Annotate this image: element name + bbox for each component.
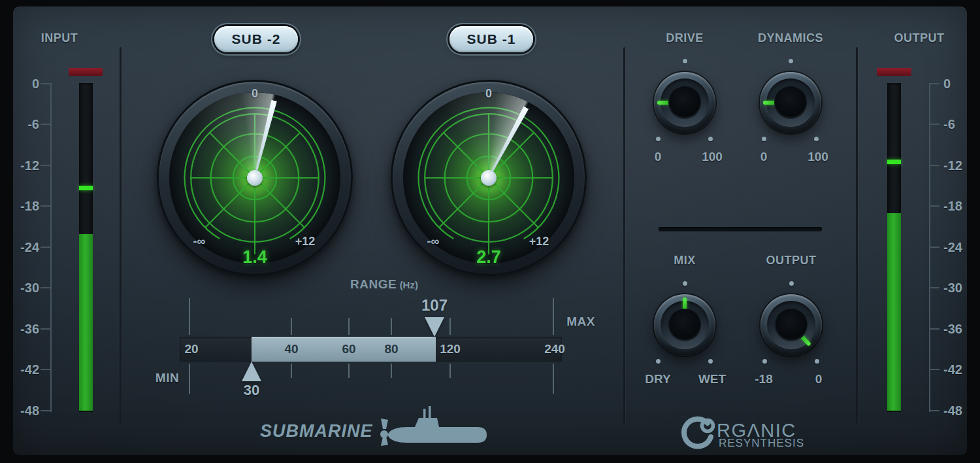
- dial-min-label: -∞: [427, 235, 440, 249]
- range-tick-40: [291, 318, 292, 335]
- input-scale-number: -36: [5, 322, 39, 335]
- mix-max-label: WET: [698, 372, 726, 386]
- range-label: 80: [384, 337, 398, 362]
- input-scale-number: -48: [5, 404, 39, 417]
- drive-min-label: 0: [655, 150, 662, 164]
- knob-min-dot: [762, 359, 767, 364]
- resynthesis-wordmark: RESYNTHESIS: [719, 437, 804, 450]
- output-knob-max-label: 0: [815, 372, 823, 386]
- input-scale-tick: [41, 287, 51, 288]
- output-scale-tick: [929, 369, 939, 370]
- knob-center: [775, 309, 808, 341]
- range-tick-240: [553, 364, 554, 394]
- range-high-value: 107: [421, 296, 448, 315]
- output-scale-tick: [929, 410, 939, 411]
- input-clip-led: [69, 68, 103, 76]
- input-scale-number: -12: [5, 159, 39, 172]
- output-scale-number: -12: [943, 159, 977, 172]
- input-scale-tick: [41, 328, 51, 330]
- output-knob-min-label: -18: [755, 372, 772, 386]
- sub1-button[interactable]: SUB -1: [449, 26, 533, 52]
- submarine-plugin-window: INPUT 0 -6 -12 -18 -24 -30 -36 -42 -48 S…: [0, 0, 980, 463]
- dial-zero-label: 0: [252, 87, 258, 101]
- sub2-button[interactable]: SUB -2: [214, 26, 298, 52]
- output-scale-number: -24: [943, 241, 977, 254]
- input-scale-tick: [41, 247, 51, 248]
- range-slider-bar[interactable]: 20 40 60 80 120 240: [180, 337, 562, 362]
- mix-label: MIX: [623, 254, 747, 267]
- input-scale-number: -30: [5, 281, 39, 294]
- input-scale-number: -6: [5, 118, 39, 131]
- output-scale-tick: [929, 247, 939, 248]
- output-scale-tick: [929, 165, 939, 166]
- range-low-value: 30: [244, 382, 259, 399]
- knob-center: [668, 309, 701, 341]
- range-title-text: RANGE: [350, 277, 397, 291]
- knob-max-dot: [815, 359, 819, 364]
- mix-knob[interactable]: [654, 294, 715, 356]
- submarine-wordmark: SUBMARINE: [260, 421, 373, 441]
- input-scale-tick: [41, 124, 51, 125]
- dynamics-knob[interactable]: [760, 72, 821, 133]
- sub1-needle: [486, 106, 529, 179]
- input-meter-peak-line: [79, 186, 93, 190]
- range-min-caption: MIN: [135, 371, 200, 385]
- range-tick-60: [348, 364, 350, 378]
- output-knob[interactable]: [760, 294, 822, 356]
- range-low-handle[interactable]: [242, 362, 261, 381]
- output-meter-level-bar: [887, 213, 901, 411]
- sub2-needle: [252, 100, 277, 179]
- output-scale-number: -42: [943, 363, 977, 376]
- range-label: 20: [184, 337, 198, 362]
- input-scale-tick: [41, 83, 51, 84]
- output-scale-tick: [929, 124, 939, 125]
- output-scale-number: -6: [943, 118, 977, 131]
- range-label: 120: [440, 337, 461, 362]
- section-divider: [856, 47, 858, 424]
- sub1-value: 2.7: [391, 247, 587, 267]
- knob-max-dot: [708, 137, 713, 141]
- dynamics-min-label: 0: [760, 150, 768, 164]
- drive-knob[interactable]: [654, 72, 715, 133]
- dial-zero-label: 0: [485, 87, 492, 101]
- input-meter-level-bar: [79, 234, 93, 411]
- input-scale-tick: [41, 165, 51, 166]
- input-scale-number: -42: [5, 363, 39, 376]
- input-scale-number: 0: [5, 77, 39, 90]
- output-meter-label: OUTPUT: [887, 31, 952, 45]
- knob-top-dot: [789, 59, 793, 63]
- knob-center: [774, 86, 807, 119]
- mix-knob-group: MIX DRY WET: [623, 254, 747, 391]
- output-scale-number: -30: [943, 281, 977, 294]
- input-scale-tick: [41, 410, 51, 411]
- range-tick-60: [348, 318, 350, 335]
- dial-max-label: +12: [295, 235, 316, 249]
- sub2-value: 1.4: [157, 247, 353, 267]
- mix-min-label: DRY: [645, 372, 670, 386]
- range-unit-text: (Hz): [400, 279, 418, 290]
- sub2-needle-cap: [247, 170, 263, 186]
- output-knob-label: OUTPUT: [729, 254, 853, 267]
- range-tick-80: [391, 364, 392, 378]
- knob-top-dot: [683, 281, 687, 286]
- knob-min-dot: [656, 137, 661, 141]
- input-scale-tick: [41, 205, 51, 207]
- input-scale-number: -24: [5, 241, 39, 254]
- output-scale-tick: [929, 328, 939, 330]
- range-label: 60: [342, 337, 355, 362]
- range-tick-120: [449, 364, 451, 378]
- section-divider: [120, 47, 122, 424]
- dynamics-max-label: 100: [808, 150, 828, 164]
- output-clip-led: [877, 68, 911, 76]
- range-high-handle[interactable]: [425, 317, 444, 337]
- output-scale-tick: [929, 205, 939, 207]
- knob-min-dot: [762, 137, 766, 141]
- range-title: RANGE (Hz): [286, 277, 482, 292]
- range-max-caption: MAX: [548, 315, 613, 329]
- sub1-radar-dial: 0 -∞ +12 2.7: [391, 80, 587, 276]
- output-scale-number: -18: [943, 199, 977, 213]
- output-scale-tick: [929, 287, 939, 288]
- knob-max-dot: [814, 137, 819, 141]
- knob-section-separator: [659, 227, 822, 232]
- organic-logo-icon: [679, 415, 717, 454]
